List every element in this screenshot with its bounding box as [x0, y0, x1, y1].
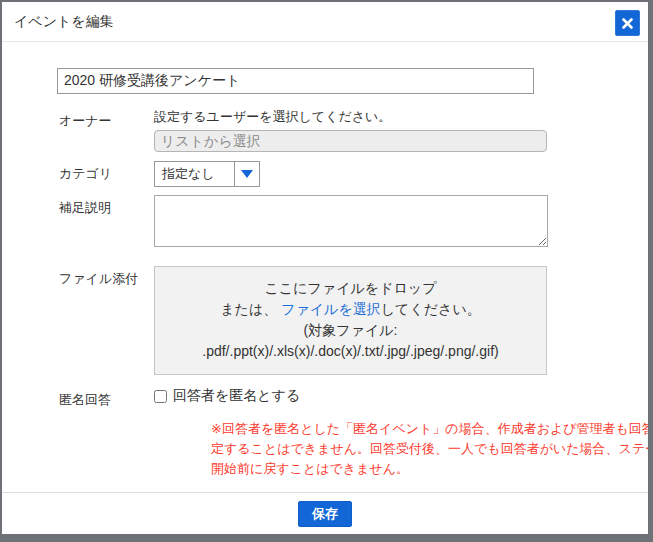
owner-select-input[interactable]	[154, 130, 547, 152]
dropzone-line4: .pdf/.ppt(x)/.xls(x)/.doc(x)/.txt/.jpg/.…	[159, 341, 542, 362]
description-field	[154, 195, 548, 251]
anonymous-checkbox-label: 回答者を匿名とする	[173, 387, 300, 405]
warning-line: 開始前に戻すことはできません。	[211, 459, 648, 479]
attachment-field: ここにファイルをドロップ または、 ファイルを選択してください。 (対象ファイル…	[154, 266, 547, 375]
dropzone-line2-prefix: または、	[220, 301, 281, 317]
dialog-footer: 保存	[2, 492, 648, 534]
description-textarea[interactable]	[154, 195, 548, 247]
edit-event-dialog: イベントを編集 オーナー 設定するユーザーを選択してください。 カテゴ	[2, 2, 648, 534]
dropzone-line2-suffix: してください。	[381, 301, 481, 317]
warning-line: ※回答者を匿名とした「匿名イベント」の場合、作成者および管理者も回答者を特	[211, 419, 648, 439]
dropzone-line3: (対象ファイル:	[159, 320, 542, 341]
category-selected-value: 指定なし	[155, 162, 234, 186]
owner-helper-text: 設定するユーザーを選択してください。	[154, 108, 547, 126]
category-row: カテゴリ 指定なし	[59, 161, 648, 187]
anonymous-row: 匿名回答 回答者を匿名とする	[59, 387, 648, 409]
owner-row: オーナー 設定するユーザーを選択してください。	[59, 108, 648, 152]
save-button[interactable]: 保存	[298, 501, 352, 527]
warning-line: 定することはできません。回答受付後、一人でも回答者がいた場合、ステータスを	[211, 439, 648, 459]
chevron-down-icon	[241, 170, 253, 178]
dropzone-line2: または、 ファイルを選択してください。	[159, 299, 542, 320]
category-dropdown[interactable]: 指定なし	[154, 161, 260, 187]
category-dropdown-arrow-button[interactable]	[234, 162, 259, 186]
attachment-label: ファイル添付	[59, 266, 154, 375]
dialog-body: オーナー 設定するユーザーを選択してください。 カテゴリ 指定なし	[2, 42, 648, 492]
anonymous-checkbox[interactable]	[154, 390, 167, 403]
dialog-header: イベントを編集	[2, 2, 648, 42]
attachment-row: ファイル添付 ここにファイルをドロップ または、 ファイルを選択してください。 …	[59, 266, 648, 375]
dialog-frame: イベントを編集 オーナー 設定するユーザーを選択してください。 カテゴ	[0, 0, 653, 542]
close-icon	[622, 18, 633, 29]
anonymous-label: 匿名回答	[59, 387, 154, 409]
dropzone-line1: ここにファイルをドロップ	[159, 278, 542, 299]
category-field: 指定なし	[154, 161, 260, 187]
anonymous-field: 回答者を匿名とする	[154, 387, 300, 409]
owner-label: オーナー	[59, 108, 154, 152]
dialog-title: イベントを編集	[14, 13, 114, 31]
description-label: 補足説明	[59, 195, 154, 251]
category-label: カテゴリ	[59, 161, 154, 187]
anonymous-warning-note: ※回答者を匿名とした「匿名イベント」の場合、作成者および管理者も回答者を特 定す…	[211, 419, 648, 479]
close-button[interactable]	[615, 10, 640, 36]
owner-field: 設定するユーザーを選択してください。	[154, 108, 547, 152]
file-dropzone[interactable]: ここにファイルをドロップ または、 ファイルを選択してください。 (対象ファイル…	[154, 266, 547, 375]
file-select-link[interactable]: ファイルを選択	[281, 301, 381, 317]
form-rows: オーナー 設定するユーザーを選択してください。 カテゴリ 指定なし	[59, 108, 648, 479]
event-name-input[interactable]	[57, 68, 534, 94]
description-row: 補足説明	[59, 195, 648, 251]
anonymous-checkbox-wrap: 回答者を匿名とする	[154, 387, 300, 405]
